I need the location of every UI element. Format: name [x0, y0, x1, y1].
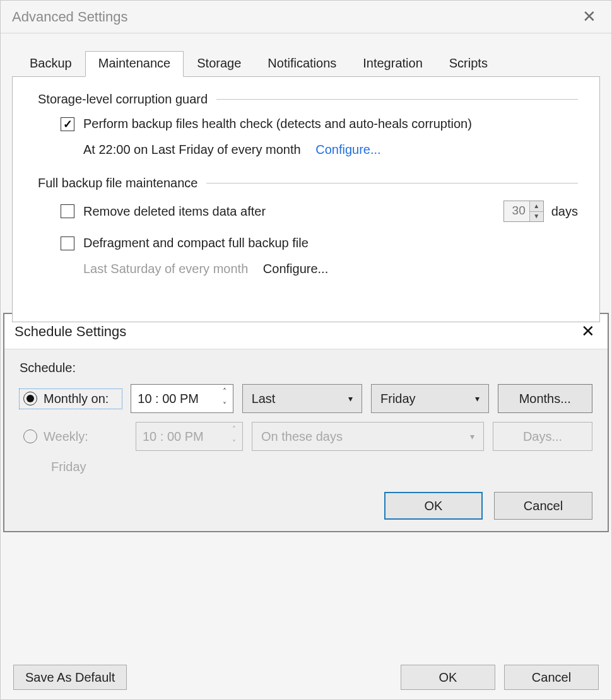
chevron-down-icon: ▾	[339, 394, 362, 404]
dialog-title: Schedule Settings	[15, 324, 579, 340]
remove-days-value[interactable]: 30	[504, 201, 529, 221]
tab-integration[interactable]: Integration	[350, 51, 436, 76]
months-button[interactable]: Months...	[498, 384, 592, 413]
chevron-up-icon: ˄	[226, 423, 242, 436]
weekly-radio[interactable]	[23, 429, 37, 443]
health-check-label: Perform backup files health check (detec…	[83, 117, 472, 131]
weekly-time-value: 10 : 00 PM	[143, 429, 204, 444]
tab-storage[interactable]: Storage	[184, 51, 254, 76]
chevron-up-icon[interactable]: ˄	[216, 385, 233, 399]
dialog-footer: OK Cancel	[4, 481, 608, 520]
tab-strip: Backup Maintenance Storage Notifications…	[12, 51, 600, 76]
chevron-down-icon: ▾	[461, 431, 483, 441]
schedule-settings-dialog: Schedule Settings ✕ Schedule: Monthly on…	[3, 313, 609, 532]
weekly-days-dropdown: On these days ▾	[252, 422, 484, 451]
spinner-buttons[interactable]: ▲ ▼	[529, 201, 543, 221]
divider	[216, 99, 578, 100]
divider	[206, 183, 578, 184]
tab-backup[interactable]: Backup	[16, 51, 85, 76]
health-check-row: Perform backup files health check (detec…	[61, 117, 578, 131]
spinner-down-icon[interactable]: ▼	[530, 212, 543, 222]
group-heading: Storage-level corruption guard	[38, 92, 578, 107]
health-check-configure-link[interactable]: Configure...	[315, 143, 380, 156]
time-spinner[interactable]: ˄ ˅	[216, 385, 233, 412]
group-title: Full backup file maintenance	[38, 176, 197, 190]
weekly-radio-wrap[interactable]: Weekly:	[20, 427, 127, 446]
weekly-row: Weekly: 10 : 00 PM ˄ ˅ On these days ▾ D…	[20, 422, 592, 451]
weekly-selected-days: Friday	[51, 460, 592, 474]
remove-deleted-row: Remove deleted items data after 30 ▲ ▼ d…	[61, 201, 578, 222]
group-full-backup-maintenance: Full backup file maintenance Remove dele…	[38, 176, 578, 276]
monthly-time-value[interactable]: 10 : 00 PM	[138, 392, 199, 406]
monthly-label: Monthly on:	[44, 392, 109, 406]
defrag-schedule-row: Last Saturday of every month Configure..…	[83, 262, 578, 276]
tab-scripts[interactable]: Scripts	[436, 51, 501, 76]
ordinal-dropdown[interactable]: Last ▾	[242, 384, 362, 413]
days-button: Days...	[493, 422, 592, 451]
window-title: Advanced Settings	[12, 9, 579, 25]
day-value: Friday	[372, 392, 466, 406]
schedule-label: Schedule:	[20, 361, 592, 375]
weekly-time-input: 10 : 00 PM ˄ ˅	[136, 422, 243, 451]
dialog-close-icon[interactable]: ✕	[579, 322, 597, 341]
group-corruption-guard: Storage-level corruption guard Perform b…	[38, 92, 578, 157]
titlebar: Advanced Settings ✕	[1, 1, 611, 33]
dialog-ok-button[interactable]: OK	[384, 492, 483, 520]
health-check-checkbox[interactable]	[61, 117, 74, 131]
monthly-radio-wrap[interactable]: Monthly on:	[20, 389, 122, 409]
remove-deleted-label: Remove deleted items data after	[83, 204, 266, 219]
save-as-default-button[interactable]: Save As Default	[13, 665, 127, 690]
cancel-button[interactable]: Cancel	[504, 665, 599, 690]
defrag-checkbox[interactable]	[61, 236, 74, 250]
group-title: Storage-level corruption guard	[38, 92, 208, 107]
spinner-up-icon[interactable]: ▲	[530, 201, 543, 212]
tab-notifications[interactable]: Notifications	[254, 51, 350, 76]
advanced-settings-window: Advanced Settings ✕ Backup Maintenance S…	[0, 0, 612, 700]
defrag-configure-link[interactable]: Configure...	[263, 262, 328, 276]
health-check-schedule: At 22:00 on Last Friday of every month	[83, 143, 301, 156]
remove-days-spinner[interactable]: 30 ▲ ▼	[503, 201, 544, 222]
weekly-days-placeholder: On these days	[252, 429, 461, 444]
dialog-cancel-button[interactable]: Cancel	[494, 492, 592, 520]
group-heading: Full backup file maintenance	[38, 176, 578, 190]
close-icon[interactable]: ✕	[579, 7, 600, 26]
chevron-down-icon: ˅	[226, 436, 242, 450]
monthly-radio[interactable]	[23, 392, 37, 405]
ok-button[interactable]: OK	[401, 665, 495, 690]
monthly-time-input[interactable]: 10 : 00 PM ˄ ˅	[131, 384, 233, 413]
remove-deleted-checkbox[interactable]	[61, 204, 74, 218]
days-unit-label: days	[551, 204, 578, 219]
defrag-schedule: Last Saturday of every month	[83, 262, 248, 276]
health-check-schedule-row: At 22:00 on Last Friday of every month C…	[83, 143, 578, 157]
dialog-body: Schedule: Monthly on: 10 : 00 PM ˄ ˅ Las…	[4, 349, 608, 474]
footer: Save As Default OK Cancel	[1, 655, 611, 699]
tab-body: Storage-level corruption guard Perform b…	[12, 76, 600, 322]
monthly-row: Monthly on: 10 : 00 PM ˄ ˅ Last ▾ Friday…	[20, 384, 592, 413]
time-spinner: ˄ ˅	[226, 423, 242, 450]
weekly-label: Weekly:	[44, 429, 88, 444]
defrag-row: Defragment and compact full backup file	[61, 236, 578, 250]
defrag-label: Defragment and compact full backup file	[83, 236, 309, 250]
day-dropdown[interactable]: Friday ▾	[371, 384, 489, 413]
ordinal-value: Last	[243, 392, 339, 406]
chevron-down-icon: ▾	[466, 394, 488, 404]
chevron-down-icon[interactable]: ˅	[216, 399, 233, 412]
tab-maintenance[interactable]: Maintenance	[85, 51, 184, 77]
